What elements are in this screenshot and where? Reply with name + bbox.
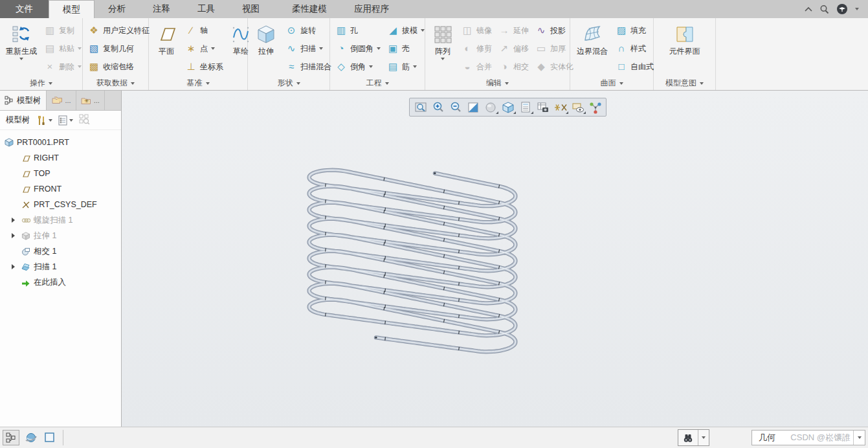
learning-connector-icon[interactable] [836,3,848,15]
show-all-button[interactable] [41,430,58,445]
intersect-icon: ◑ [498,62,510,72]
expand-icon[interactable] [12,233,21,238]
saved-orientations-icon[interactable] [500,100,516,115]
view-manager-icon[interactable] [517,100,533,115]
tab-flexible-modeling[interactable]: 柔性建模 [278,0,340,18]
extend-button[interactable]: →延伸 [496,21,531,39]
collapse-ribbon-icon[interactable] [805,6,812,12]
group-label-surfaces[interactable]: 曲面 [570,76,653,90]
regenerate-button[interactable]: 重新生成 [3,20,40,60]
graphics-area[interactable] [122,91,868,427]
tree-search-button[interactable] [79,114,90,126]
swept-blend-button[interactable]: ≈扫描混合 [283,58,334,76]
boundary-blend-button[interactable]: 边界混合 [573,20,612,56]
tree-item-part[interactable]: PRT0001.PRT [0,135,121,150]
web-browser-button[interactable] [22,430,39,445]
style-button[interactable]: ∩样式 [613,39,656,58]
learning-dropdown-caret-icon[interactable] [855,8,859,10]
filter-dropdown-caret-icon[interactable] [853,431,865,445]
group-label-engineering[interactable]: 工程 [330,76,425,90]
intersect-button[interactable]: ◑相交 [496,58,531,76]
shell-button[interactable]: ▣壳 [384,39,427,58]
tree-item-helical-sweep[interactable]: 螺旋扫描 1 [0,212,121,228]
tree-tools-button[interactable] [36,115,52,126]
helical-coil-model[interactable] [122,91,868,427]
csys-button[interactable]: ⊥坐标系 [183,58,226,76]
draft-button[interactable]: ◢拔模 [384,21,427,39]
revolve-button[interactable]: ⊙旋转 [283,21,334,39]
tree-item-right-plane[interactable]: RIGHT [0,150,121,166]
delete-button[interactable]: ×删除 [41,58,84,76]
search-dropdown-caret-icon[interactable] [698,430,709,445]
group-label-shapes[interactable]: 形状 [248,76,329,90]
spin-center-icon[interactable] [587,100,603,115]
plane-button[interactable]: 平面 [151,20,181,56]
zoom-out-icon[interactable] [447,100,463,115]
tab-tools[interactable]: 工具 [184,0,228,18]
paste-button[interactable]: ▤粘贴 [41,39,84,58]
group-label-operations[interactable]: 操作 [0,76,82,90]
group-label-datum[interactable]: 基准 [149,76,247,90]
tab-annotate[interactable]: 注释 [139,0,184,18]
chamfer-button[interactable]: ◇倒角 [333,58,383,76]
udf-button[interactable]: ❖用户定义特征 [85,21,152,39]
search-icon[interactable] [819,5,829,14]
datum-display-filters-icon[interactable] [552,100,568,115]
tree-item-csys[interactable]: PRT_CSYS_DEF [0,197,121,212]
offset-button[interactable]: ↗偏移 [496,39,531,58]
project-button[interactable]: ∿投影 [533,21,576,39]
tab-file[interactable]: 文件 [0,0,49,18]
fill-button[interactable]: ▨填充 [613,21,656,39]
tree-filters-button[interactable] [58,115,73,126]
round-button[interactable]: ◔倒圆角 [333,39,383,58]
annotation-display-icon[interactable] [570,100,586,115]
merge-button[interactable]: ◒合并 [459,58,495,76]
freestyle-button[interactable]: □自由式 [613,58,656,76]
solidify-button[interactable]: ◆实体化 [533,58,576,76]
regenerate-caret-icon[interactable] [19,58,23,60]
tab-view[interactable]: 视图 [228,0,273,18]
component-interface-button[interactable]: 元件界面 [666,20,704,56]
zoom-in-icon[interactable] [430,100,446,115]
image-capture-icon[interactable] [535,100,551,115]
extrude-button[interactable]: 拉伸 [250,20,282,56]
group-label-model-intent[interactable]: 模型意图 [654,76,715,90]
tree-item-extrude[interactable]: 拉伸 1 [0,228,121,243]
copy-geometry-button[interactable]: ▧复制几何 [85,39,152,58]
display-style-icon[interactable] [482,100,498,115]
hole-button[interactable]: ▥孔 [333,21,383,39]
point-button[interactable]: ∗点 [183,39,226,58]
pattern-button[interactable]: 阵列 [428,20,458,60]
group-label-get-data[interactable]: 获取数据 [83,76,148,90]
extrude-feature-icon [21,232,34,240]
sweep-button[interactable]: ∿扫描 [283,39,334,58]
tree-item-top-plane[interactable]: TOP [0,166,121,181]
tree-item-insert-here[interactable]: 在此插入 [0,274,121,290]
copy-button[interactable]: ▥复制 [41,21,84,39]
repaint-icon[interactable] [465,100,481,115]
expand-icon[interactable] [12,218,21,223]
tab-model[interactable]: 模型 [49,0,95,18]
rib-button[interactable]: ▤筋 [384,58,427,76]
expand-icon[interactable] [12,264,21,269]
folder-browser-button[interactable]: ... [47,91,76,110]
mirror-button[interactable]: ◫镜像 [459,21,495,39]
model-tree-tab[interactable]: 模型树 [0,91,47,110]
search-model-button[interactable] [678,429,709,446]
shrinkwrap-button[interactable]: ▩收缩包络 [85,58,152,76]
tree-item-intersect[interactable]: 相交 1 [0,243,121,259]
tree-item-sweep[interactable]: 扫描 1 [0,259,121,274]
thicken-button[interactable]: ▭加厚 [533,39,576,58]
group-label-editing[interactable]: 编辑 [425,76,570,90]
csys-icon [21,201,34,209]
axis-button[interactable]: ∕轴 [183,21,226,39]
favorites-button[interactable]: ✳ ... [76,91,105,110]
tab-analysis[interactable]: 分析 [95,0,139,18]
toggle-model-tree-button[interactable] [3,430,19,445]
tab-applications[interactable]: 应用程序 [340,0,403,18]
refit-icon[interactable] [412,100,428,115]
pattern-caret-icon[interactable] [441,58,445,60]
tree-item-front-plane[interactable]: FRONT [0,181,121,197]
trim-button[interactable]: ◐修剪 [459,39,495,58]
selection-filter[interactable]: 几何 CSDN @崧馕誰 [751,430,865,445]
